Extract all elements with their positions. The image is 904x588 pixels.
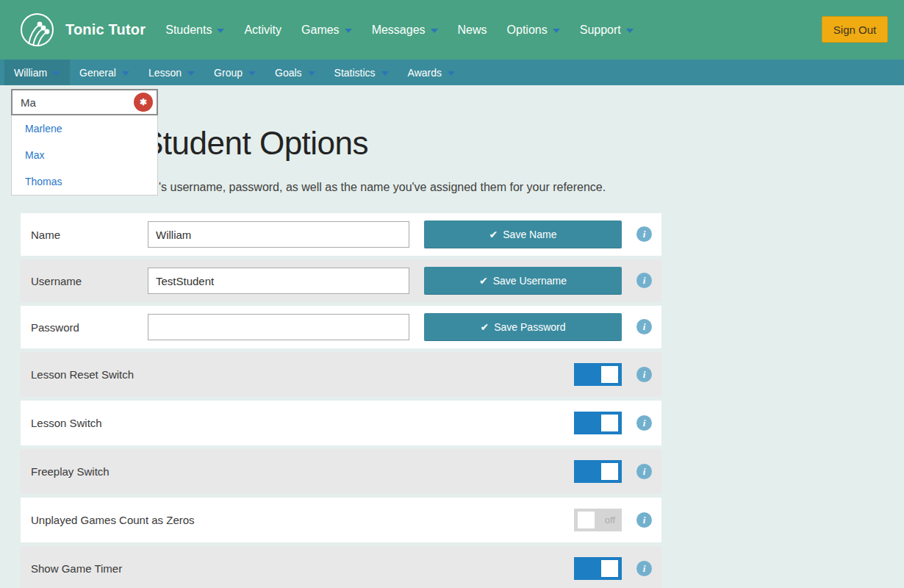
toggle-knob [578, 512, 595, 528]
nav-item-label: Games [301, 24, 340, 37]
password-input[interactable] [148, 314, 409, 340]
info-icon[interactable]: i [636, 512, 652, 528]
save-password-button[interactable]: ✔ Save Password [424, 313, 622, 341]
subnav-item-label: Lesson [148, 67, 182, 79]
save-button-label: Save Password [494, 321, 565, 333]
nav-item-label: Options [507, 24, 548, 37]
chevron-down-icon [308, 71, 315, 76]
info-icon[interactable]: i [636, 561, 652, 576]
toggle-knob [601, 560, 618, 577]
row-label: Show Game Timer [31, 546, 122, 588]
app-header: Tonic Tutor Students Activity Games Mess… [0, 0, 904, 60]
freeplay-toggle[interactable] [574, 460, 622, 483]
check-icon: ✔ [480, 321, 489, 333]
subnav-item-label: Awards [408, 67, 442, 79]
clear-search-button[interactable]: ✱ [134, 93, 153, 112]
suggestion-list: Marlene Max Thomas [11, 115, 158, 196]
row-username: Username ✔ Save Username i [21, 259, 661, 302]
lesson-toggle[interactable] [574, 412, 622, 434]
nav-item-options[interactable]: Options [507, 24, 560, 37]
tonic-tutor-logo-icon [20, 12, 54, 47]
chevron-down-icon [187, 71, 195, 76]
game-timer-toggle[interactable] [574, 557, 622, 580]
student-subnav: William General Lesson Group Goals Stati… [0, 60, 904, 85]
row-label: Freeplay Switch [31, 449, 110, 494]
page-title: Student Options [142, 125, 368, 162]
lesson-reset-toggle[interactable] [574, 363, 622, 386]
save-button-label: Save Name [503, 229, 556, 240]
subnav-item-awards[interactable]: Awards [398, 60, 464, 85]
page-subtitle-fragment: 's username, password, as well as the na… [159, 181, 606, 194]
row-password: Password ✔ Save Password i [21, 306, 661, 348]
check-icon: ✔ [489, 229, 498, 240]
chevron-down-icon [553, 29, 560, 33]
info-icon[interactable]: i [636, 273, 652, 288]
student-search-input[interactable] [12, 90, 130, 114]
subnav-item-lesson[interactable]: Lesson [139, 60, 204, 85]
nav-item-students[interactable]: Students [165, 24, 224, 37]
subnav-item-general[interactable]: General [70, 60, 139, 85]
chevron-down-icon [626, 29, 634, 33]
nav-item-games[interactable]: Games [301, 24, 352, 37]
nav-item-label: News [458, 24, 487, 37]
nav-item-activity[interactable]: Activity [244, 24, 281, 37]
subnav-item-label: Statistics [334, 67, 376, 79]
save-username-button[interactable]: ✔ Save Username [424, 267, 622, 295]
nav-item-label: Students [165, 24, 212, 37]
suggestion-thomas[interactable]: Thomas [12, 168, 157, 195]
save-button-label: Save Username [493, 275, 567, 287]
toggle-off-label: off [605, 509, 615, 531]
suggestion-marlene[interactable]: Marlene [12, 115, 157, 142]
row-unplayed-games-zeros: Unplayed Games Count as Zeros off i [21, 498, 661, 542]
nav-item-label: Messages [372, 24, 426, 37]
info-icon[interactable]: i [636, 464, 652, 479]
suggestion-max[interactable]: Max [12, 142, 157, 168]
subnav-item-william[interactable]: William [4, 60, 70, 85]
chevron-down-icon [431, 29, 438, 33]
row-show-game-timer: Show Game Timer i [21, 546, 661, 588]
row-lesson-reset-switch: Lesson Reset Switch i [21, 352, 661, 397]
row-label: Password [31, 306, 79, 348]
toggle-knob [601, 415, 618, 431]
row-name: Name ✔ Save Name i [21, 213, 661, 256]
chevron-down-icon [381, 71, 389, 76]
nav-item-news[interactable]: News [458, 24, 487, 37]
unplayed-games-toggle[interactable]: off [574, 509, 622, 531]
row-label: Name [31, 213, 60, 256]
subnav-item-label: General [79, 67, 116, 79]
subnav-item-group[interactable]: Group [204, 60, 265, 85]
chevron-down-icon [217, 29, 224, 33]
main-nav: Students Activity Games Messages News Op… [165, 24, 634, 37]
nav-item-messages[interactable]: Messages [372, 24, 438, 37]
name-input[interactable] [148, 221, 409, 248]
nav-item-label: Activity [244, 24, 281, 37]
info-icon[interactable]: i [636, 415, 652, 431]
sign-out-button[interactable]: Sign Out [822, 16, 888, 43]
username-input[interactable] [148, 268, 409, 294]
student-search-dropdown: ✱ Marlene Max Thomas [11, 89, 158, 196]
toggle-knob [601, 463, 618, 480]
subnav-item-statistics[interactable]: Statistics [325, 60, 398, 85]
student-options-list: Name ✔ Save Name i Username ✔ Save Usern… [21, 213, 661, 588]
info-icon[interactable]: i [636, 367, 652, 382]
row-label: Username [31, 259, 82, 302]
chevron-down-icon [53, 71, 60, 76]
clear-icon: ✱ [140, 98, 147, 107]
subnav-item-label: Goals [275, 67, 302, 79]
info-icon[interactable]: i [636, 319, 652, 334]
check-icon: ✔ [479, 275, 488, 287]
student-search-field: ✱ [11, 89, 158, 115]
nav-item-support[interactable]: Support [580, 24, 634, 37]
save-name-button[interactable]: ✔ Save Name [424, 220, 622, 248]
chevron-down-icon [248, 71, 256, 76]
subnav-item-label: William [14, 67, 47, 79]
row-label: Lesson Switch [31, 401, 102, 445]
toggle-knob [601, 366, 618, 383]
chevron-down-icon [345, 29, 352, 33]
brand-title: Tonic Tutor [65, 21, 146, 38]
subnav-item-goals[interactable]: Goals [265, 60, 325, 85]
row-label: Lesson Reset Switch [31, 352, 134, 397]
row-lesson-switch: Lesson Switch i [21, 401, 661, 445]
info-icon[interactable]: i [636, 226, 652, 242]
chevron-down-icon [448, 71, 455, 76]
